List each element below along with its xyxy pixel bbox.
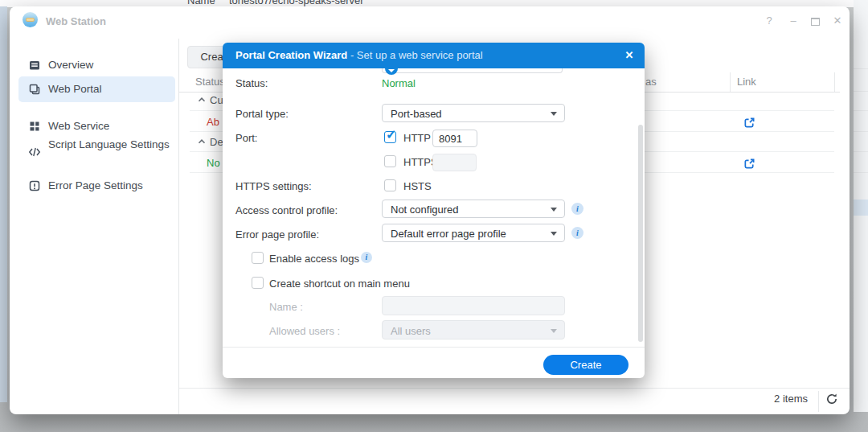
status-label: Status: [235, 77, 268, 89]
sidebar-label: Overview [48, 59, 93, 71]
refresh-icon[interactable] [825, 393, 838, 405]
column-header-alias: as [645, 76, 657, 88]
overview-icon [28, 59, 41, 72]
column-header-link: Link [737, 76, 756, 88]
collapse-chevron-icon[interactable] [198, 138, 206, 145]
hsts-label: HSTS [403, 180, 432, 192]
background-column-name: Name [187, 0, 215, 6]
sidebar-item-overview[interactable]: Overview [18, 52, 175, 78]
sidebar-label: Script Language Settings [48, 138, 170, 152]
access-control-info-icon[interactable]: i [571, 203, 583, 215]
modal-footer: Create [223, 347, 645, 378]
shortcut-name-input [382, 296, 565, 315]
error-page-label: Error page profile: [235, 228, 319, 241]
enable-access-logs-label: Enable access logs [269, 253, 359, 265]
web-station-icon [23, 12, 38, 27]
column-separator [730, 72, 731, 92]
bg-row-line [854, 110, 868, 111]
enable-access-logs-checkbox[interactable] [252, 252, 264, 264]
portal-status-normal: No [207, 157, 220, 169]
scroll-chevron-icon [385, 68, 398, 75]
background-window-left-strip [0, 6, 7, 402]
access-control-value: Not configured [391, 204, 459, 216]
http-checkbox[interactable]: ✓ [384, 131, 396, 143]
statusbar-separator [818, 391, 819, 412]
column-separator [834, 72, 835, 92]
bg-row-line [854, 131, 868, 132]
window-title: Web Station [46, 15, 106, 27]
help-button[interactable]: ? [762, 14, 776, 28]
error-page-info-icon[interactable]: i [571, 227, 583, 239]
modal-title-text: Portal Creation Wizard [235, 49, 347, 61]
allowed-users-value: All users [391, 325, 431, 337]
sidebar-label: Web Service [48, 120, 109, 132]
access-control-select[interactable]: Not configured [382, 200, 565, 218]
background-window-right-strip [854, 0, 868, 412]
external-link-icon[interactable] [743, 158, 755, 170]
chevron-down-icon [388, 69, 395, 72]
sidebar-label: Error Page Settings [48, 179, 143, 191]
desktop: Name tonesto7/echo-speaks-server Web Sta… [0, 0, 868, 432]
portal-status-abnormal: Ab [207, 116, 219, 128]
modal-body: Status: Normal Portal type: Port-based P… [223, 68, 645, 347]
close-window-button[interactable]: ✕ [830, 14, 845, 28]
modal-header: Portal Creation Wizard - Set up a web se… [223, 43, 645, 68]
shortcut-name-label: Name : [269, 301, 303, 313]
modal-scrollbar-thumb[interactable] [638, 125, 643, 342]
https-port-input [432, 154, 477, 171]
maximize-icon [811, 18, 820, 26]
hsts-checkbox[interactable] [384, 179, 396, 191]
status-value: Normal [382, 77, 416, 89]
port-label: Port: [235, 132, 257, 144]
web-portal-icon [28, 83, 41, 96]
table-group-row[interactable]: De [210, 136, 223, 148]
modal-subtitle: - Set up a web service portal [350, 49, 483, 61]
sidebar-divider [178, 39, 179, 414]
create-button[interactable]: Create [543, 355, 628, 375]
check-icon: ✓ [386, 127, 396, 142]
scrolled-dropdown-partial[interactable] [382, 68, 563, 73]
portal-creation-wizard-modal: Portal Creation Wizard - Set up a web se… [223, 43, 645, 378]
chevron-down-icon [551, 208, 557, 212]
sidebar-item-error-page-settings[interactable]: Error Page Settings [18, 173, 175, 199]
http-label: HTTP [403, 132, 431, 144]
sidebar-item-script-language-settings[interactable]: Script Language Settings [18, 137, 175, 167]
portal-type-label: Portal type: [235, 108, 289, 120]
http-port-input[interactable] [432, 130, 477, 147]
https-settings-label: HTTPS settings: [235, 180, 312, 192]
portal-type-value: Port-based [391, 108, 442, 120]
code-icon [28, 146, 41, 158]
allowed-users-select: All users [382, 320, 565, 339]
chevron-down-icon [551, 112, 557, 116]
collapse-chevron-icon[interactable] [198, 97, 206, 103]
create-shortcut-checkbox[interactable] [252, 277, 264, 289]
chevron-down-icon [551, 329, 557, 333]
modal-close-button[interactable]: ✕ [621, 48, 637, 63]
web-station-icon-band [26, 18, 35, 22]
maximize-button[interactable] [808, 14, 822, 28]
create-shortcut-label: Create shortcut on main menu [269, 278, 410, 290]
error-page-icon [28, 179, 41, 192]
table-group-row[interactable]: Cu [210, 94, 223, 106]
https-checkbox[interactable] [384, 155, 396, 167]
error-page-select[interactable]: Default error page profile [382, 224, 565, 242]
statusbar-border [179, 388, 850, 389]
bg-row-line [854, 151, 868, 152]
chevron-down-icon [551, 232, 557, 236]
allowed-users-label: Allowed users : [269, 325, 340, 337]
bg-selected-row [854, 200, 868, 216]
background-container-name: tonesto7/echo-speaks-server [229, 0, 364, 6]
minimize-button[interactable]: – [786, 14, 800, 28]
sidebar-label: Web Portal [48, 83, 102, 95]
bg-row-line [854, 91, 868, 92]
external-link-icon[interactable] [743, 117, 755, 129]
access-control-label: Access control profile: [235, 204, 338, 216]
sidebar-item-web-service[interactable]: Web Service [18, 113, 175, 139]
web-service-icon [28, 120, 41, 133]
sidebar-item-web-portal[interactable]: Web Portal [18, 76, 175, 102]
portal-type-select[interactable]: Port-based [382, 104, 565, 122]
column-header-status: Status [195, 76, 225, 88]
items-count: 2 items [774, 393, 808, 405]
modal-title: Portal Creation Wizard - Set up a web se… [235, 49, 483, 61]
access-logs-info-icon[interactable]: i [361, 252, 372, 263]
